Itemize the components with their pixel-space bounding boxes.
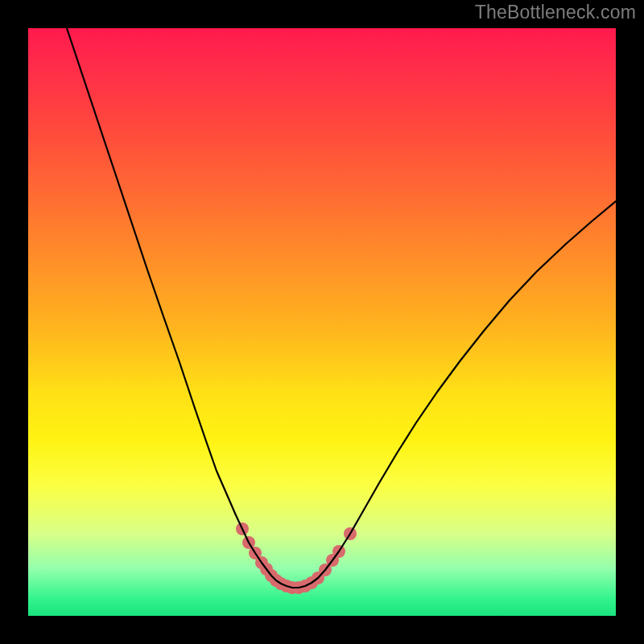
chart-svg xyxy=(28,28,616,616)
plot-area xyxy=(28,28,616,616)
chart-frame: TheBottleneck.com xyxy=(0,0,644,644)
bottleneck-curve xyxy=(67,28,616,588)
markers-group xyxy=(236,522,357,594)
watermark-text: TheBottleneck.com xyxy=(475,2,636,23)
